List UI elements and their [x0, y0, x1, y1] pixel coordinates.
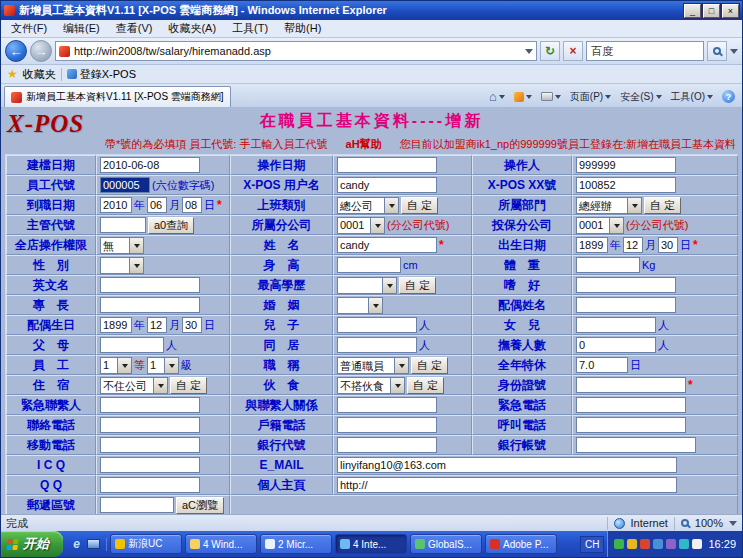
- dropdown-arrow-icon[interactable]: [117, 358, 131, 373]
- ie-quicklaunch-icon[interactable]: e: [69, 537, 84, 552]
- postal-code-button[interactable]: aC瀏覽: [176, 497, 224, 514]
- taskbar-button[interactable]: 4 Wind...: [185, 534, 257, 554]
- taskbar-button[interactable]: 4 Inte...: [335, 534, 407, 554]
- menu-item[interactable]: 文件(F): [3, 20, 55, 37]
- menu-item[interactable]: 编辑(E): [55, 20, 108, 37]
- safety-menu-button[interactable]: 安全(S): [616, 87, 665, 107]
- dropdown-arrow-icon[interactable]: [368, 298, 382, 313]
- gender-select[interactable]: [100, 257, 144, 274]
- accommodation-button[interactable]: 自 定: [170, 377, 207, 394]
- hire-date-input[interactable]: [100, 197, 132, 213]
- english-name-input[interactable]: [100, 277, 200, 293]
- shift-type-select[interactable]: 總公司: [337, 197, 399, 214]
- tray-icon[interactable]: [666, 539, 676, 549]
- birth-date-input[interactable]: [623, 237, 643, 253]
- tray-icon[interactable]: [640, 539, 650, 549]
- email-input[interactable]: [337, 457, 677, 473]
- show-desktop-icon[interactable]: [87, 539, 100, 549]
- accommodation-select[interactable]: 不住公司: [100, 377, 168, 394]
- hire-date-input[interactable]: [182, 197, 202, 213]
- menu-item[interactable]: 帮助(H): [276, 20, 329, 37]
- search-dropdown-icon[interactable]: [730, 49, 738, 58]
- dropdown-arrow-icon[interactable]: [153, 378, 167, 393]
- back-button[interactable]: ←: [5, 40, 27, 62]
- education-button[interactable]: 自 定: [399, 277, 436, 294]
- birth-date-input[interactable]: [576, 237, 608, 253]
- language-indicator[interactable]: CH: [580, 536, 604, 553]
- maximize-button[interactable]: □: [703, 4, 720, 18]
- spouse-birthday-input[interactable]: [182, 317, 202, 333]
- operation-date-input[interactable]: [337, 157, 437, 173]
- dropdown-arrow-icon[interactable]: [627, 198, 641, 213]
- tray-icon[interactable]: [614, 539, 624, 549]
- spouse-birthday-input[interactable]: [147, 317, 167, 333]
- tray-icon[interactable]: [627, 539, 637, 549]
- menu-item[interactable]: 收藏夹(A): [160, 20, 224, 37]
- contact-phone-input[interactable]: [100, 417, 200, 433]
- department-button[interactable]: 自 定: [644, 197, 681, 214]
- help-link[interactable]: aH幫助: [346, 137, 382, 152]
- taskbar-button[interactable]: 新浪UC: [110, 534, 182, 554]
- meals-select[interactable]: 不搭伙食: [337, 377, 405, 394]
- employee-name-input[interactable]: [337, 237, 437, 253]
- favorites-button[interactable]: 收藏夹: [23, 67, 56, 82]
- mobile-phone-input[interactable]: [100, 437, 200, 453]
- dropdown-arrow-icon[interactable]: [384, 198, 398, 213]
- forward-button[interactable]: →: [30, 40, 52, 62]
- emergency-phone-input[interactable]: [576, 397, 686, 413]
- branch-company-select[interactable]: 0001: [337, 217, 385, 234]
- address-bar[interactable]: http://win2008/tw/salary/hiremanadd.asp: [55, 41, 537, 61]
- dropdown-arrow-icon[interactable]: [129, 238, 143, 253]
- daughters-input[interactable]: [576, 317, 656, 333]
- dropdown-arrow-icon[interactable]: [129, 258, 143, 273]
- parents-input[interactable]: [100, 337, 164, 353]
- operator-input[interactable]: [576, 157, 676, 173]
- tray-icon[interactable]: [692, 539, 702, 549]
- tools-menu-button[interactable]: 工具(O): [667, 87, 717, 107]
- search-box[interactable]: 百度: [586, 41, 704, 61]
- weight-input[interactable]: [576, 257, 640, 273]
- icq-input[interactable]: [100, 457, 200, 473]
- dropdown-arrow-icon[interactable]: [609, 218, 623, 233]
- minimize-button[interactable]: _: [684, 4, 701, 18]
- taskbar-button[interactable]: Adobe P...: [485, 534, 557, 554]
- meals-button[interactable]: 自 定: [407, 377, 444, 394]
- id-number-input[interactable]: [576, 377, 686, 393]
- contact-relation-input[interactable]: [337, 397, 437, 413]
- emergency-contact-input[interactable]: [100, 397, 200, 413]
- search-icon[interactable]: [707, 41, 727, 61]
- education-select[interactable]: [337, 277, 397, 294]
- qq-input[interactable]: [100, 477, 200, 493]
- page-menu-button[interactable]: 页面(P): [566, 87, 615, 107]
- pager-phone-input[interactable]: [576, 417, 686, 433]
- birth-date-input[interactable]: [658, 237, 678, 253]
- close-button[interactable]: ×: [722, 4, 739, 18]
- dropdown-arrow-icon[interactable]: [382, 278, 396, 293]
- tray-icon[interactable]: [679, 539, 689, 549]
- spouse-name-input[interactable]: [576, 297, 676, 313]
- hire-date-input[interactable]: [147, 197, 167, 213]
- dependents-input[interactable]: [576, 337, 656, 353]
- print-button[interactable]: [537, 87, 565, 107]
- annual-leave-input[interactable]: [576, 357, 628, 373]
- zoom-level[interactable]: 100%: [695, 517, 723, 529]
- department-select[interactable]: 總經辦: [576, 197, 642, 214]
- dropdown-arrow-icon[interactable]: [370, 218, 384, 233]
- homepage-input[interactable]: [337, 477, 677, 493]
- store-permission-select[interactable]: 無: [100, 237, 144, 254]
- bank-code-input[interactable]: [337, 437, 437, 453]
- taskbar-button[interactable]: 2 Micr...: [260, 534, 332, 554]
- supervisor-code-input[interactable]: [100, 217, 146, 233]
- address-dropdown-icon[interactable]: [525, 49, 533, 58]
- favorite-link-xpos[interactable]: 登錄X-POS: [67, 67, 136, 82]
- menu-item[interactable]: 工具(T): [224, 20, 276, 37]
- shift-type-button[interactable]: 自 定: [401, 197, 438, 214]
- home-phone-input[interactable]: [337, 417, 437, 433]
- address-url[interactable]: http://win2008/tw/salary/hiremanadd.asp: [74, 45, 521, 57]
- cohabitants-input[interactable]: [337, 337, 417, 353]
- zoom-icon[interactable]: [681, 519, 689, 527]
- tray-icon[interactable]: [653, 539, 663, 549]
- xpos-username-input[interactable]: [337, 177, 437, 193]
- height-input[interactable]: [337, 257, 401, 273]
- menu-item[interactable]: 查看(V): [108, 20, 161, 37]
